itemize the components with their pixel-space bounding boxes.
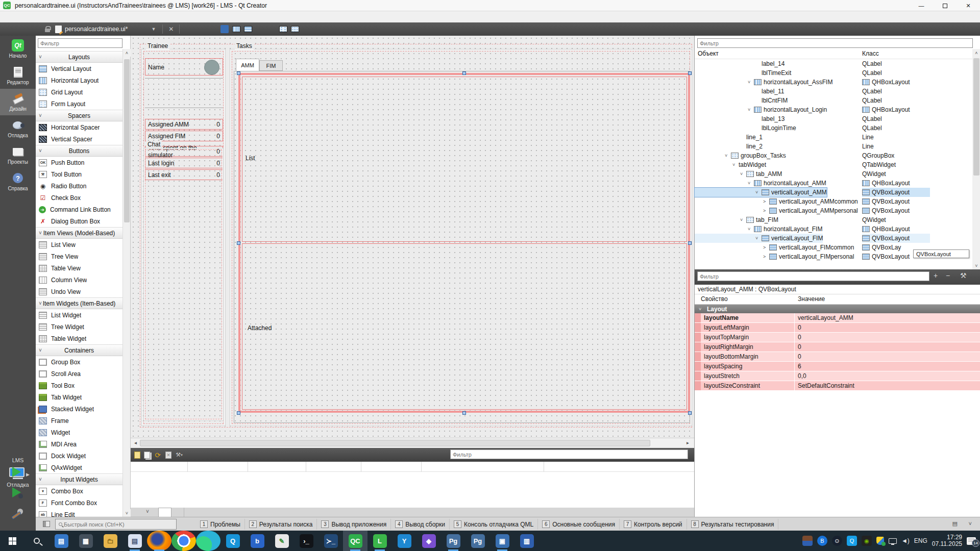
tree-row-horizontalLayout_AMM[interactable]: ˅ horizontalLayout_AMM QHBoxLayout <box>695 179 972 188</box>
widget-item-tool-box[interactable]: Tool Box <box>36 380 122 391</box>
notifications-icon[interactable]: 14 <box>967 537 976 545</box>
taskbar-postgres-1[interactable]: Pg <box>441 531 465 551</box>
mode-projects[interactable]: Проекты <box>0 142 36 168</box>
taskbar-qt-creator[interactable]: QC <box>343 531 368 551</box>
configure-icon[interactable]: ⚒▾ <box>175 451 183 459</box>
inspector-filter-input[interactable] <box>697 38 973 48</box>
volume-icon[interactable]: ◄) <box>901 537 910 544</box>
layoutTopMargin[interactable]: layoutTopMargin 0 <box>695 333 980 342</box>
tree-chevron-icon[interactable]: ˅ <box>755 236 762 241</box>
widget-item-line-edit[interactable]: ab Line Edit <box>36 509 122 517</box>
panel-test-results[interactable]: 8 Результаты тестирования <box>687 519 779 530</box>
layout-horizontal-icon[interactable] <box>232 26 240 32</box>
canvas-horizontal-scrollbar[interactable]: ◄ ► <box>131 438 694 448</box>
scrollbar-thumb[interactable] <box>140 440 650 446</box>
display-network-icon[interactable] <box>889 538 897 544</box>
widget-category-spacers[interactable]: ˅ Spacers <box>36 110 122 121</box>
tree-row-groupBox_Tasks[interactable]: ˅ groupBox_Tasks QGroupBox <box>695 151 972 160</box>
widgetbox-scrollbar[interactable]: ˄ ˅ <box>122 49 130 517</box>
widget-item-list-widget[interactable]: List Widget <box>36 309 122 321</box>
edit-widgets-icon[interactable] <box>185 25 193 33</box>
language-indicator[interactable]: ENG <box>914 537 927 544</box>
selection-handle[interactable] <box>237 71 240 75</box>
widget-item-tool-button[interactable]: ⚒ Tool Button <box>36 168 122 180</box>
widget-item-vertical-spacer[interactable]: Vertical Spacer <box>36 133 122 145</box>
edit-signals-slots-icon[interactable] <box>197 25 205 33</box>
copy-action-icon[interactable] <box>144 452 150 459</box>
widget-item-font-combo-box[interactable]: F Font Combo Box <box>36 497 122 509</box>
widget-item-combo-box[interactable]: ▾ Combo Box <box>36 485 122 497</box>
widget-item-table-widget[interactable]: Table Widget <box>36 333 122 344</box>
scroll-down-icon[interactable]: ˅ <box>972 262 980 269</box>
selection-handle[interactable] <box>688 71 692 75</box>
mode-help[interactable]: ? Справка <box>0 168 36 195</box>
nvidia-icon[interactable]: ◉ <box>862 536 872 546</box>
sync-actions-icon[interactable]: ⟳ <box>154 451 162 459</box>
tree-row-horizontalLayout_FIM[interactable]: ˅ horizontalLayout_FIM QHBoxLayout <box>695 224 972 234</box>
tray-app-icon[interactable] <box>802 536 813 546</box>
panel-version-control[interactable]: 7 Контроль версий <box>620 519 687 530</box>
taskbar-disk-app[interactable]: ▤ <box>122 531 147 551</box>
clock[interactable]: 17:29 07.11.2025 <box>932 534 962 547</box>
tree-row-horizontalLayout_AssFIM[interactable]: ˅ horizontalLayout_AssFIM QHBoxLayout <box>695 78 972 87</box>
menu-item[interactable] <box>3 11 14 22</box>
column-class[interactable]: Класс <box>862 50 879 57</box>
widget-item-grid-layout[interactable]: Grid Layout <box>36 86 122 98</box>
menu-item[interactable] <box>37 11 48 22</box>
sublayout-AMMpersonal[interactable]: Attached <box>242 243 687 410</box>
widget-item-tree-view[interactable]: Tree View <box>36 251 122 262</box>
tree-chevron-icon[interactable]: ˃ <box>763 199 769 204</box>
scrollbar-thumb[interactable] <box>973 58 979 176</box>
widget-item-vertical-layout[interactable]: Vertical Layout <box>36 63 122 74</box>
mode-design[interactable]: Дизайн <box>0 89 36 115</box>
taskbar-fork-app[interactable]: Y <box>392 531 416 551</box>
tree-chevron-icon[interactable]: ˅ <box>748 181 754 186</box>
layoutSpacing[interactable]: layoutSpacing 6 <box>695 362 980 371</box>
panel-qml-console[interactable]: 5 Консоль отладчика QML <box>450 519 538 530</box>
bluetooth-icon[interactable]: B <box>817 536 827 546</box>
scroll-left-icon[interactable]: ◄ <box>132 439 139 447</box>
tree-chevron-icon[interactable]: ˃ <box>763 254 769 259</box>
selection-handle[interactable] <box>462 411 466 415</box>
layout-grid-icon[interactable] <box>291 26 299 32</box>
widget-item-tab-widget[interactable]: Tab Widget <box>36 391 122 403</box>
layoutSizeConstraint[interactable]: layoutSizeConstraint SetDefaultConstrain… <box>695 381 980 391</box>
widget-item-scroll-area[interactable]: Scroll Area <box>36 368 122 380</box>
steam-icon[interactable]: ⊙ <box>832 536 842 546</box>
configure-properties-icon[interactable]: ⚒ <box>960 271 967 280</box>
tree-row-verticalLayout_AMM[interactable]: ˅ verticalLayout_AMM QVBoxLayout <box>695 188 972 197</box>
tasks-tab[interactable]: FIM <box>259 60 283 71</box>
menu-item[interactable] <box>82 11 93 22</box>
tree-chevron-icon[interactable]: ˅ <box>748 80 754 85</box>
remove-property-icon[interactable]: − <box>946 271 950 280</box>
start-button[interactable] <box>0 531 24 551</box>
widget-item-dock-widget[interactable]: Dock Widget <box>36 450 122 462</box>
adjust-size-icon[interactable] <box>314 25 323 33</box>
taskbar-cmd[interactable]: ›_ <box>294 531 318 551</box>
tree-chevron-icon[interactable]: ˅ <box>748 107 754 112</box>
selection-handle[interactable] <box>237 241 240 245</box>
action-table-column-header[interactable] <box>422 462 544 472</box>
open-document-selector[interactable]: personalcardtrainee.ui* <box>65 26 128 33</box>
tray-q-app-icon[interactable]: Q <box>847 536 857 546</box>
widget-category-item-widgets[interactable]: ˅ Item Widgets (Item-Based) <box>36 297 122 309</box>
widget-item-frame[interactable]: Frame <box>36 415 122 427</box>
taskbar-chrome[interactable] <box>172 531 196 551</box>
trainee-stat-row[interactable]: Assigned AMM 0 <box>145 119 223 130</box>
widget-item-group-box[interactable]: Group Box <box>36 356 122 368</box>
widget-category-item-views[interactable]: ˅ Item Views (Model-Based) <box>36 227 122 239</box>
dock-collapse-icon[interactable]: ˅ <box>146 509 149 514</box>
taskbar-firefox[interactable] <box>147 531 172 551</box>
tree-row-lblCntFIM[interactable]: lblCntFIM QLabel <box>695 96 972 105</box>
scroll-right-icon[interactable]: ► <box>684 439 692 447</box>
taskbar-pc-tool[interactable]: ▣ <box>490 531 514 551</box>
taskbar-l-app[interactable]: L <box>368 531 392 551</box>
layout-form-icon[interactable] <box>279 26 287 32</box>
selection-handle[interactable] <box>688 241 692 245</box>
widget-item-horizontal-layout[interactable]: Horizontal Layout <box>36 74 122 86</box>
build-button[interactable] <box>10 508 23 521</box>
chat-groupbox-title[interactable]: Chat <box>146 141 162 148</box>
quick-search[interactable]: Быстрый поиск (Ctrl+K) <box>55 519 177 530</box>
action-table-column-header[interactable] <box>306 462 361 472</box>
menu-item[interactable] <box>70 11 82 22</box>
